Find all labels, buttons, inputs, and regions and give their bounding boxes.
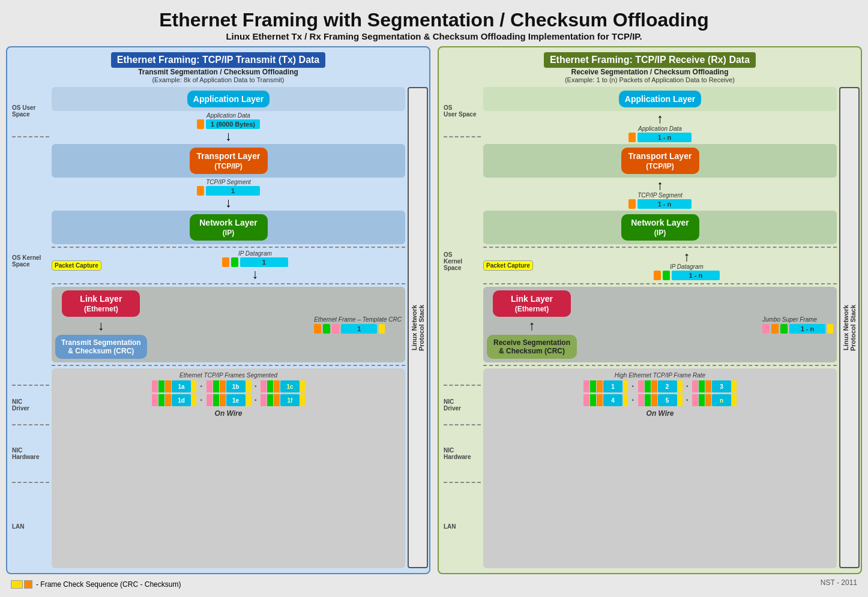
left-transport-region: Transport Layer(TCP/IP) bbox=[52, 144, 405, 178]
left-panel-title: Ethernet Framing: TCP/IP Transmit (Tx) D… bbox=[111, 52, 326, 68]
right-lan-label: LAN bbox=[444, 484, 481, 568]
left-os-kernel-label: OS Kernel Space bbox=[12, 139, 49, 383]
footer-credit: NST - 2011 bbox=[821, 578, 857, 587]
left-app-arrow: Application Data 1 (8000 Bytes) ↓ bbox=[52, 112, 405, 143]
right-nic-hw-region: Link Layer(Ethernet) ↑ Receive Segmentat… bbox=[483, 287, 837, 362]
left-offload-box: Transmit Segmentation& Checksum (CRC) bbox=[55, 335, 147, 359]
right-app-arrow: ↑ Application Data 1 - n bbox=[483, 112, 837, 143]
right-transport-layer: Transport Layer(TCP/IP) bbox=[621, 148, 699, 174]
right-nic-driver-region: Packet Capture ↑ IP Datagram 1 - n bbox=[483, 250, 837, 281]
right-nic-hw-label: NICHardware bbox=[444, 427, 481, 481]
left-panel-header: Ethernet Framing: TCP/IP Transmit (Tx) D… bbox=[12, 52, 424, 83]
left-link-layer: Link Layer(Ethernet) bbox=[62, 290, 140, 317]
left-network-region: Network Layer(IP) bbox=[52, 211, 405, 244]
left-on-wire: On Wire bbox=[55, 409, 402, 418]
right-link-layer: Link Layer(Ethernet) bbox=[493, 290, 571, 317]
right-panel: Ethernet Framing: TCP/IP Receive (Rx) Da… bbox=[438, 46, 862, 574]
left-app-region: Application Layer bbox=[52, 87, 405, 111]
right-os-user-label: OSUser Space bbox=[444, 87, 481, 135]
right-os-kernel-label: OSKernel Space bbox=[444, 139, 481, 383]
right-app-layer: Application Layer bbox=[619, 91, 701, 107]
left-transport-layer: Transport Layer(TCP/IP) bbox=[190, 148, 268, 174]
right-transport-region: Transport Layer(TCP/IP) bbox=[483, 144, 837, 178]
right-on-wire: On Wire bbox=[487, 409, 833, 418]
legend: - Frame Check Sequence (CRC - Checksum) bbox=[11, 580, 181, 589]
left-transport-arrow: TCP/IP Segment 1 ↓ bbox=[52, 179, 405, 209]
legend-text: - Frame Check Sequence (CRC - Checksum) bbox=[36, 580, 181, 589]
left-panel-subsubtitle: (Example: 8k of Application Data to Tran… bbox=[12, 76, 424, 83]
right-panel-subsubtitle: (Example: 1 to (n) Packets of Applicatio… bbox=[444, 76, 856, 83]
right-protocol-stack: Linux NetworkProtocol Stack bbox=[839, 87, 856, 568]
right-panel-header: Ethernet Framing: TCP/IP Receive (Rx) Da… bbox=[444, 52, 856, 83]
sub-title: Linux Ethernet Tx / Rx Framing Segmentat… bbox=[226, 31, 642, 41]
right-panel-subtitle: Receive Segmentation / Checksum Offloadi… bbox=[444, 68, 856, 76]
left-lan-label: LAN bbox=[12, 484, 49, 568]
left-network-layer: Network Layer(IP) bbox=[190, 214, 268, 241]
left-protocol-stack: Linux NetworkProtocol Stack bbox=[408, 87, 424, 568]
left-nic-hw-region: Link Layer(Ethernet) ↓ Transmit Segmenta… bbox=[52, 287, 405, 362]
right-panel-title: Ethernet Framing: TCP/IP Receive (Rx) Da… bbox=[544, 52, 756, 68]
right-transport-arrow: ↑ TCP/IP Segment 1 - n bbox=[483, 179, 837, 209]
right-packet-capture: Packet Capture bbox=[483, 260, 533, 271]
left-panel-subtitle: Transmit Segmentation / Checksum Offload… bbox=[12, 68, 424, 76]
right-app-region: Application Layer bbox=[483, 87, 837, 111]
left-lan-region: Ethernet TCP/IP Frames Segmented 1a · bbox=[52, 368, 405, 568]
left-panel: Ethernet Framing: TCP/IP Transmit (Tx) D… bbox=[6, 46, 430, 574]
right-offload-box: Receive Segmentation& Checksum (CRC) bbox=[487, 335, 577, 359]
left-nic-hw-label: NICHardware bbox=[12, 427, 49, 481]
left-os-user-label: OS User Space bbox=[12, 87, 49, 135]
left-nic-driver-label: NICDriver bbox=[12, 387, 49, 423]
right-network-region: Network Layer(IP) bbox=[483, 211, 837, 244]
left-nic-driver-region: Packet Capture IP Datagram 1 ↓ bbox=[52, 250, 405, 281]
right-nic-driver-label: NICDriver bbox=[444, 387, 481, 423]
left-app-layer: Application Layer bbox=[187, 91, 270, 107]
right-network-layer: Network Layer(IP) bbox=[621, 214, 699, 241]
main-title: Ethernet Framing with Segmentation / Che… bbox=[159, 9, 709, 31]
right-lan-region: High Ethernet TCP/IP Frame Rate 1 · bbox=[483, 368, 837, 568]
left-packet-capture: Packet Capture bbox=[52, 260, 101, 271]
